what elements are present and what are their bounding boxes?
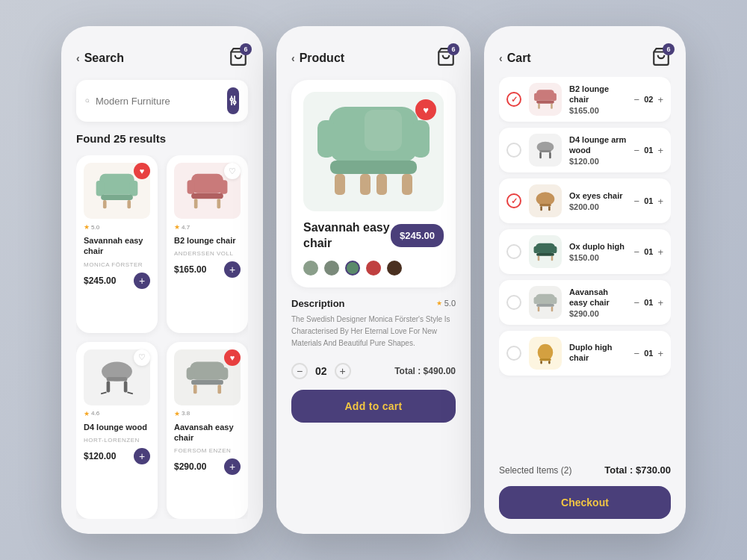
cart-item-info: Duplo high chair	[569, 342, 627, 365]
cart-badge: 6	[447, 43, 459, 55]
quantity-increase-button[interactable]: +	[657, 196, 663, 206]
heart-button[interactable]: ♡	[224, 163, 241, 179]
quantity-decrease-button[interactable]: −	[634, 247, 640, 257]
cart-summary: Selected Items (2) Total : $730.00	[499, 461, 671, 479]
price-badge: $245.00	[391, 224, 444, 247]
cart-item-name: Aavansah easy chair	[569, 287, 627, 308]
search-header: ‹ Search 6	[76, 47, 248, 69]
product-price: $290.00	[174, 461, 206, 472]
table-row: Duplo high chair − 01 +	[499, 331, 671, 376]
cart-item-checkbox[interactable]	[506, 92, 521, 107]
product-grid: ♥ ★ 5.0 Savannah easy chair MONICA FÖRST…	[76, 155, 248, 519]
cart-item-image	[529, 337, 562, 370]
quantity-increase-button[interactable]: +	[657, 247, 663, 257]
search-input[interactable]	[96, 96, 221, 107]
product-footer: $290.00 +	[174, 458, 241, 475]
cart-back-button[interactable]: ‹ Cart	[499, 52, 531, 65]
cart-item-checkbox[interactable]	[506, 143, 521, 158]
svg-point-1	[86, 99, 89, 102]
svg-point-70	[538, 344, 554, 361]
svg-rect-60	[552, 246, 557, 253]
add-to-cart-button[interactable]: +	[224, 458, 241, 475]
product-name: Savannah easy chair	[303, 220, 391, 252]
search-cart-button[interactable]: 6	[229, 47, 248, 69]
chair-illustration	[532, 289, 559, 316]
quantity-decrease-button[interactable]: −	[634, 146, 640, 155]
svg-line-2	[88, 102, 89, 102]
svg-rect-22	[107, 377, 128, 382]
color-option[interactable]	[387, 261, 402, 276]
svg-rect-27	[190, 362, 224, 380]
svg-rect-55	[539, 204, 551, 206]
svg-rect-69	[551, 307, 554, 312]
svg-rect-11	[129, 181, 137, 196]
quantity-increase-button[interactable]: +	[335, 363, 351, 379]
quantity-increase-button[interactable]: +	[657, 349, 663, 358]
cart-item-image	[529, 184, 562, 217]
color-option[interactable]	[345, 261, 360, 276]
cart-badge: 6	[240, 43, 252, 55]
product-back-button[interactable]: ‹ Product	[291, 52, 344, 65]
cart-item-quantity: − 01 +	[634, 349, 663, 358]
product-price: $245.00	[84, 276, 116, 286]
list-item[interactable]: ♥ ★ 5.0 Savannah easy chair MONICA FÖRST…	[76, 155, 158, 333]
add-to-cart-button[interactable]: +	[224, 261, 241, 278]
quantity-decrease-button[interactable]: −	[634, 196, 640, 206]
product-title: Product	[300, 52, 344, 65]
cart-item-checkbox[interactable]	[506, 295, 521, 310]
svg-rect-20	[217, 199, 221, 208]
heart-button[interactable]: ♥	[415, 99, 436, 120]
hero-chair-illustration	[314, 99, 433, 204]
product-header: ‹ Product 6	[291, 47, 456, 69]
svg-rect-59	[534, 246, 539, 253]
add-to-cart-button[interactable]: +	[134, 273, 150, 289]
quantity-row: − 02 + Total : $490.00	[291, 363, 456, 379]
checkout-button[interactable]: Checkout	[499, 486, 671, 519]
cart-item-quantity: − 01 +	[634, 298, 663, 308]
cart-item-checkbox[interactable]	[506, 346, 521, 361]
quantity-decrease-button[interactable]: −	[634, 95, 640, 105]
quantity-increase-button[interactable]: +	[657, 298, 663, 308]
svg-point-3	[230, 98, 232, 100]
search-back-button[interactable]: ‹ Search	[76, 52, 124, 65]
heart-button[interactable]: ♥	[224, 349, 241, 366]
heart-button[interactable]: ♥	[134, 163, 150, 179]
table-row: Ox eyes chair $200.00 − 01 +	[499, 178, 671, 223]
list-item[interactable]: ♥ ★ 3.8 Aavansah easy chair FOERSOM ENZE…	[167, 342, 248, 520]
filter-button[interactable]	[227, 87, 239, 114]
quantity-increase-button[interactable]: +	[657, 95, 663, 105]
add-to-cart-button[interactable]: +	[134, 448, 150, 464]
cart-item-price: $200.00	[569, 202, 627, 211]
product-name: B2 lounge chair	[174, 235, 241, 246]
star-icon: ★	[84, 223, 90, 231]
svg-rect-67	[536, 304, 554, 307]
cart-item-name: D4 lounge arm wood	[569, 134, 627, 156]
product-name-row: Savannah easy chair $245.00	[303, 220, 444, 252]
quantity-increase-button[interactable]: +	[657, 146, 663, 155]
cart-item-checkbox[interactable]	[506, 244, 521, 259]
list-item[interactable]: ♡ ★ 4.7 B2 lounge chair ANDERSSEN VOLL $…	[167, 155, 248, 333]
color-option[interactable]	[303, 261, 318, 276]
cart-item-checkbox[interactable]	[506, 193, 521, 208]
color-option[interactable]	[324, 261, 339, 276]
svg-rect-62	[538, 256, 540, 261]
svg-rect-29	[220, 367, 228, 380]
svg-rect-40	[376, 174, 387, 195]
list-item[interactable]: ♡ ★ 4.6 D4 lounge wood HORT-LORENZEN $12…	[76, 342, 158, 520]
chair-illustration	[183, 169, 232, 214]
color-option[interactable]	[366, 261, 381, 276]
heart-button[interactable]: ♡	[134, 349, 150, 366]
svg-rect-31	[193, 385, 197, 393]
table-row: Ox duplo high $150.00 − 01 +	[499, 229, 671, 274]
search-title: Search	[84, 52, 124, 65]
cart-icon-button[interactable]: 6	[651, 47, 671, 69]
cart-items-list: B2 lounge chair $165.00 − 02 + D4	[499, 77, 671, 454]
quantity-decrease-button[interactable]: −	[291, 363, 308, 379]
quantity-decrease-button[interactable]: −	[634, 349, 640, 358]
quantity-decrease-button[interactable]: −	[634, 298, 640, 308]
svg-rect-10	[96, 181, 105, 196]
product-price: $120.00	[84, 451, 116, 461]
add-to-cart-button[interactable]: Add to cart	[291, 390, 456, 423]
product-cart-button[interactable]: 6	[436, 47, 456, 69]
back-chevron-icon: ‹	[499, 52, 503, 64]
